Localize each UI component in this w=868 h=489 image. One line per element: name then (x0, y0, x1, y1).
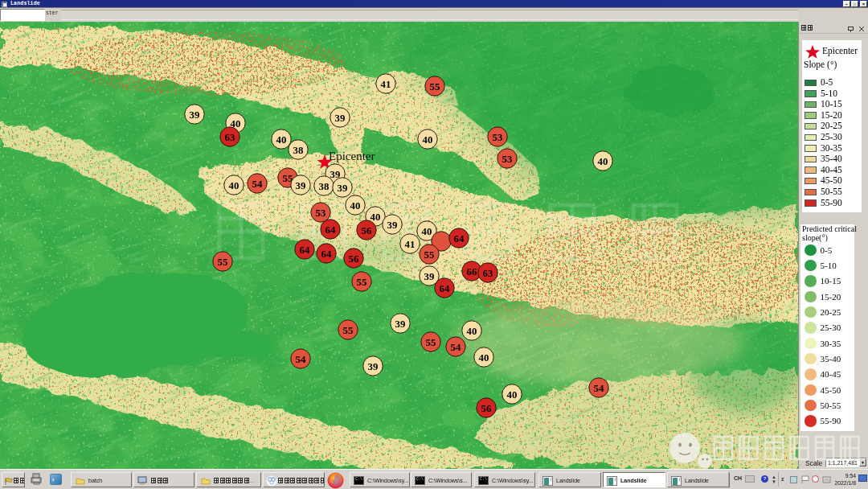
svg-text:39: 39 (387, 220, 398, 231)
svg-text:39: 39 (424, 271, 435, 282)
svg-text:40: 40 (229, 180, 240, 191)
svg-text:53: 53 (316, 208, 326, 219)
svg-text:53: 53 (493, 132, 503, 143)
svg-text:63: 63 (483, 268, 493, 279)
svg-text:38: 38 (319, 181, 330, 192)
svg-text:Epicenter: Epicenter (329, 150, 375, 162)
svg-text:64: 64 (454, 233, 465, 244)
svg-text:41: 41 (405, 239, 416, 250)
svg-text:55: 55 (426, 337, 436, 348)
svg-text:54: 54 (296, 354, 306, 365)
svg-text:64: 64 (326, 224, 336, 236)
svg-text:64: 64 (440, 283, 450, 294)
svg-text:40: 40 (423, 134, 433, 146)
svg-text:56: 56 (349, 253, 359, 265)
svg-text:56: 56 (481, 403, 492, 414)
svg-text:55: 55 (343, 325, 354, 336)
svg-text:40: 40 (371, 212, 381, 223)
svg-text:39: 39 (368, 361, 379, 372)
svg-text:41: 41 (381, 79, 391, 90)
svg-text:55: 55 (218, 257, 228, 268)
svg-text:64: 64 (321, 249, 332, 260)
svg-text:40: 40 (479, 352, 489, 364)
svg-text:39: 39 (190, 109, 200, 121)
svg-text:40: 40 (350, 200, 361, 212)
svg-text:54: 54 (594, 383, 604, 394)
svg-text:40: 40 (598, 156, 608, 167)
svg-text:40: 40 (507, 389, 518, 401)
svg-text:39: 39 (338, 183, 348, 194)
svg-text:53: 53 (502, 154, 513, 165)
svg-text:40: 40 (467, 326, 477, 337)
svg-text:54: 54 (252, 179, 263, 190)
svg-text:63: 63 (225, 132, 235, 143)
svg-text:55: 55 (430, 81, 440, 92)
svg-text:55: 55 (357, 277, 367, 288)
svg-text:40: 40 (422, 226, 432, 237)
svg-text:39: 39 (296, 180, 306, 191)
svg-text:39: 39 (335, 113, 346, 124)
svg-text:38: 38 (293, 145, 304, 156)
svg-text:40: 40 (276, 134, 287, 146)
svg-text:64: 64 (300, 244, 310, 256)
svg-text:56: 56 (362, 225, 372, 236)
svg-text:55: 55 (424, 249, 435, 261)
svg-text:54: 54 (451, 342, 461, 353)
svg-text:39: 39 (395, 318, 406, 330)
svg-text:66: 66 (467, 266, 477, 277)
